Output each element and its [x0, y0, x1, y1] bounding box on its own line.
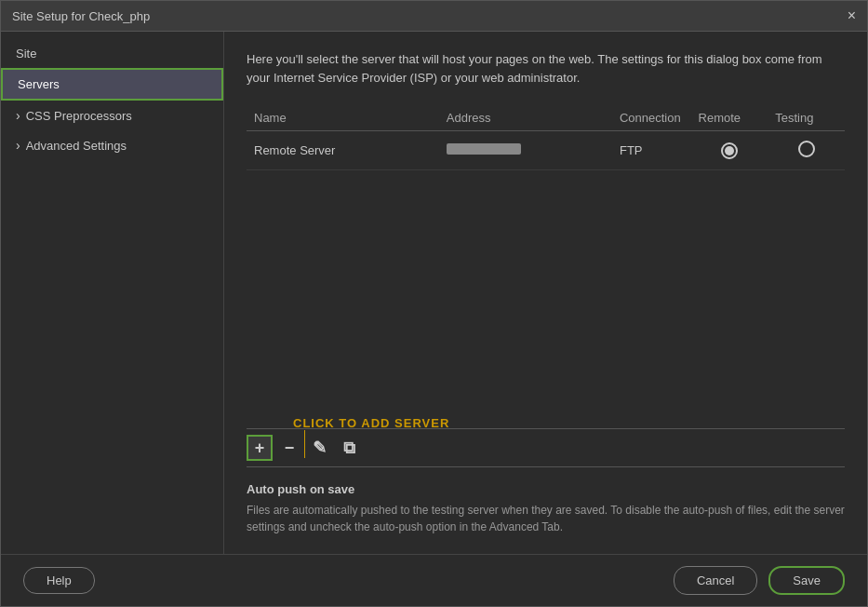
server-remote-radio[interactable] — [691, 131, 768, 170]
footer-right-buttons: Cancel Save — [674, 566, 845, 595]
sidebar-item-css-preprocessors[interactable]: CSS Preprocessors — [1, 101, 223, 130]
cancel-button[interactable]: Cancel — [674, 566, 757, 595]
annotation-area: CLICK TO ADD SERVER + − ✎ ⧉ — [247, 365, 845, 467]
col-header-address: Address — [439, 105, 612, 131]
server-table-container: Name Address Connection Remote Testing R… — [247, 105, 845, 365]
blurred-address — [447, 143, 521, 155]
col-header-remote: Remote — [691, 105, 768, 131]
sidebar-item-site[interactable]: Site — [1, 39, 223, 68]
col-header-connection: Connection — [612, 105, 691, 131]
save-button[interactable]: Save — [768, 566, 845, 595]
dialog-body: Site Servers CSS Preprocessors Advanced … — [1, 32, 867, 554]
server-name: Remote Server — [247, 131, 439, 170]
add-server-button[interactable]: + — [247, 435, 273, 461]
col-header-testing: Testing — [768, 105, 845, 131]
col-header-name: Name — [247, 105, 439, 131]
close-button[interactable]: × — [848, 8, 856, 23]
sidebar-item-servers[interactable]: Servers — [1, 68, 223, 101]
auto-push-title: Auto push on save — [247, 482, 845, 496]
sidebar-item-label: Servers — [18, 77, 60, 91]
site-setup-dialog: Site Setup for Check_php × Site Servers … — [0, 0, 868, 607]
main-content: Here you'll select the server that will … — [224, 32, 867, 554]
table-row[interactable]: Remote Server FTP — [247, 131, 845, 170]
auto-push-description: Files are automatically pushed to the te… — [247, 502, 845, 535]
sidebar-item-label: Advanced Settings — [26, 139, 127, 153]
sidebar-item-advanced-settings[interactable]: Advanced Settings — [1, 130, 223, 160]
toolbar-area: + − ✎ ⧉ — [247, 428, 845, 467]
remote-radio-selected[interactable] — [721, 142, 738, 159]
toolbar: + − ✎ ⧉ — [247, 428, 845, 467]
title-bar: Site Setup for Check_php × — [1, 1, 867, 32]
dialog-title: Site Setup for Check_php — [12, 9, 150, 23]
help-button[interactable]: Help — [23, 567, 95, 594]
auto-push-section: Auto push on save Files are automaticall… — [247, 482, 845, 535]
edit-server-button[interactable]: ✎ — [306, 435, 332, 461]
remove-server-button[interactable]: − — [276, 435, 302, 461]
description-text: Here you'll select the server that will … — [247, 50, 845, 87]
dialog-footer: Help Cancel Save — [1, 554, 867, 606]
duplicate-server-button[interactable]: ⧉ — [336, 435, 362, 461]
sidebar-item-label: CSS Preprocessors — [26, 109, 132, 123]
testing-radio[interactable] — [798, 141, 815, 157]
server-table: Name Address Connection Remote Testing R… — [247, 105, 845, 170]
sidebar: Site Servers CSS Preprocessors Advanced … — [1, 32, 224, 554]
server-address — [439, 131, 612, 170]
server-testing-radio[interactable] — [768, 131, 845, 170]
server-connection: FTP — [612, 131, 691, 170]
sidebar-item-label: Site — [16, 47, 36, 61]
